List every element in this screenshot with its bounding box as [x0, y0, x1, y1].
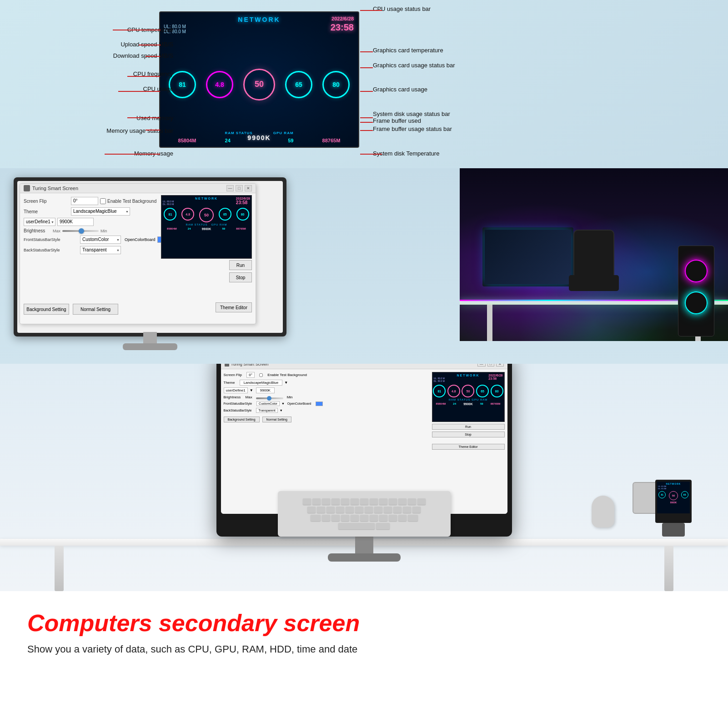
front-status-select-wrapper[interactable]: CustomColor ▼: [80, 236, 121, 244]
key: [408, 498, 416, 505]
background-setting-button[interactable]: Background Setting: [24, 304, 69, 315]
big-back-val[interactable]: Transparent: [256, 408, 277, 413]
gauge-48: 4.8: [206, 71, 233, 98]
userdefine-select-wrapper[interactable]: userDefine1 ▼: [24, 218, 55, 226]
back-status-label: BackStatusBarStyle: [24, 248, 78, 252]
userdefine-select[interactable]: userDefine1: [24, 218, 55, 226]
big-brightness-label: Brightness: [224, 395, 241, 399]
key: [417, 498, 426, 505]
slider-thumb[interactable]: [79, 228, 84, 234]
line-used-mem: [127, 117, 160, 118]
titlebar-controls[interactable]: — □ ✕: [226, 185, 252, 191]
gaming-pc-tower: [678, 246, 714, 336]
big-run-btn[interactable]: Run: [432, 424, 505, 430]
big-mini-g2: 4.8: [447, 385, 460, 397]
run-button[interactable]: Run: [229, 260, 252, 270]
big-theme-editor-btn[interactable]: Theme Editor: [432, 444, 505, 450]
close-button[interactable]: ✕: [245, 185, 252, 191]
big-mini-model: 9900K: [463, 402, 473, 406]
pc-fan-bottom: [685, 291, 708, 314]
theme-select-wrapper[interactable]: LandscapeMagicBlue ▼: [71, 207, 130, 216]
big-mini-bottom: 85804M 24 9900K 59 88765M: [432, 402, 504, 406]
big-background-btn[interactable]: Background Setting: [224, 417, 260, 422]
key: [355, 507, 363, 513]
enable-test-checkbox[interactable]: [100, 198, 106, 204]
key: [351, 515, 359, 521]
big-enable-test-cb[interactable]: [259, 373, 263, 377]
line-upload: [139, 45, 161, 45]
big-monitor-base: [328, 553, 401, 562]
theme-editor-button[interactable]: Theme Editor: [216, 302, 252, 312]
key: [370, 515, 378, 521]
key: [307, 507, 316, 513]
key: [393, 507, 402, 513]
big-maximize-btn[interactable]: □: [487, 364, 494, 367]
mini-gpu-mem: 88765M: [236, 227, 246, 231]
back-status-select-wrapper[interactable]: Transparent ▼: [80, 246, 121, 254]
mini-gauge-50: 50: [199, 208, 214, 222]
big-theme-val[interactable]: LandscapeMagicBlue: [240, 380, 283, 386]
big-front-val[interactable]: CustomColor: [256, 401, 280, 406]
desk-leg-right-white: [664, 546, 673, 591]
big-app-icon: [225, 364, 229, 367]
big-color-swatch[interactable]: [316, 402, 323, 406]
back-status-select[interactable]: Transparent: [80, 246, 121, 254]
desk-photo-inner: [460, 168, 728, 341]
theme-label: Theme: [24, 209, 69, 214]
gauge-24: 24: [225, 138, 231, 143]
mini-preview: NETWORK UL: 80.0 MDL: 80.0 M 2022/6/2823…: [161, 195, 252, 259]
brightness-label: Brightness: [24, 228, 51, 233]
screen-flip-input[interactable]: 0°: [71, 197, 98, 205]
keyboard: [278, 491, 451, 537]
big-brightness-track[interactable]: [256, 397, 283, 399]
big-mini-24: 24: [453, 402, 456, 406]
enable-test-checkbox-row[interactable]: Enable Test Background: [100, 198, 156, 204]
line-mem-bar: [146, 130, 160, 131]
brightness-max-label: Max: [53, 229, 60, 233]
gauge-59: 59: [288, 138, 293, 143]
front-status-select[interactable]: CustomColor: [80, 236, 121, 244]
label-cpu-bar: CPU usage status bar: [373, 5, 431, 12]
big-user-define-val[interactable]: userDefine1: [224, 387, 248, 393]
secondary-screen-display: NETWORK UL: 80.0MDL: 80.0M 81 50 65 9900…: [657, 482, 690, 513]
maximize-button[interactable]: □: [236, 185, 243, 191]
big-screen-flip-val[interactable]: 0°: [246, 372, 255, 378]
gauge-50: 50: [243, 69, 275, 100]
brightness-slider[interactable]: [62, 230, 99, 232]
monitor-body: Turing Smart Screen — □ ✕ Screen Flip 0: [14, 177, 286, 336]
line-sys-temp: [360, 154, 382, 155]
label-frame-buf: Frame buffer used: [373, 117, 421, 124]
big-bottom-buttons: Background Setting Normal Setting: [224, 417, 428, 422]
userdefine-value[interactable]: 9900K: [57, 218, 94, 226]
big-normal-btn[interactable]: Normal Setting: [262, 417, 291, 422]
big-stop-btn[interactable]: Stop: [432, 432, 505, 437]
app-title: Turing Smart Screen: [32, 186, 226, 191]
big-user-val[interactable]: 9900K: [256, 387, 275, 393]
key: [408, 515, 418, 521]
big-mini-date: 2022/6/2823:58: [488, 374, 502, 380]
minimize-button[interactable]: —: [226, 185, 234, 191]
screen-flip-label: Screen Flip: [24, 199, 69, 204]
big-minimize-btn[interactable]: —: [477, 364, 486, 367]
secondary-gauge2: 50: [669, 491, 678, 500]
key: [311, 515, 321, 521]
key: [398, 498, 407, 505]
line-cpu-temp: [113, 30, 161, 30]
big-close-btn[interactable]: ✕: [496, 364, 504, 367]
app-titlebar: Turing Smart Screen — □ ✕: [20, 184, 256, 193]
gaming-chair: [567, 230, 621, 302]
mini-24: 24: [188, 227, 191, 231]
normal-setting-button[interactable]: Normal Setting: [73, 304, 118, 315]
line-cpu-freq: [127, 76, 160, 77]
secondary-screen-network: NETWORK: [657, 482, 690, 485]
bottom-section: Turing Smart Screen — □ ✕ Screen Flip 0°: [0, 364, 728, 728]
stop-button[interactable]: Stop: [229, 272, 252, 282]
big-slider-thumb[interactable]: [267, 396, 271, 401]
bottom-text-area: Computers secondary screen Show you a va…: [0, 591, 728, 728]
line-gpu-bar: [360, 67, 373, 68]
line-gpu-usage: [360, 91, 373, 92]
big-mini-g1: 81: [433, 385, 446, 397]
theme-select[interactable]: LandscapeMagicBlue: [71, 207, 130, 216]
screen-flip-select-wrapper[interactable]: 0°: [71, 197, 98, 205]
label-sys-disk-bar: System disk usage status bar: [373, 110, 450, 117]
